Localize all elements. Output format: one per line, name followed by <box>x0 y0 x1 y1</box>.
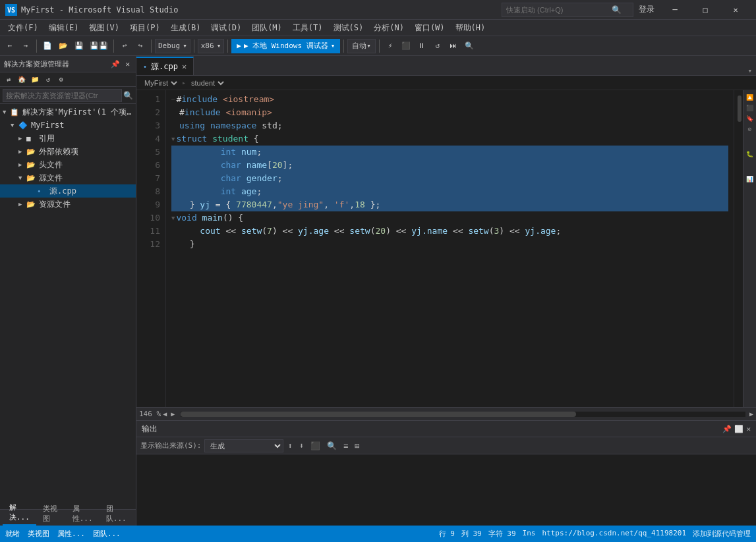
breadcrumb-symbol-select[interactable]: student <box>189 78 226 88</box>
tree-sync-btn[interactable]: ⇄ <box>3 74 15 86</box>
tree-settings-btn[interactable]: ⚙ <box>55 74 67 86</box>
tree-folder-btn[interactable]: 📁 <box>29 74 41 86</box>
output-down-btn[interactable]: ⬇ <box>297 441 306 451</box>
toolbar-undo-btn[interactable]: ↩ <box>117 39 132 53</box>
close-button[interactable]: ✕ <box>720 0 751 20</box>
status-ready[interactable]: 就绪 <box>5 529 20 539</box>
zoom-decrease-btn[interactable]: ◀ <box>161 410 169 418</box>
status-class-view[interactable]: 类视图 <box>28 529 49 539</box>
menu-build[interactable]: 生成(B) <box>165 20 206 36</box>
collapse-icon-1[interactable]: ─ <box>171 93 175 106</box>
menu-view[interactable]: 视图(V) <box>84 20 125 36</box>
quick-launch-input[interactable] <box>506 6 612 14</box>
output-pin-icon[interactable]: 📌 <box>722 425 732 433</box>
toolbar-btn-6[interactable]: 🔍 <box>462 39 477 53</box>
tree-item-ref[interactable]: ▶ ■ 引用 <box>0 132 136 145</box>
toolbar-save-btn[interactable]: 💾 <box>72 39 86 53</box>
menu-file[interactable]: 文件(F) <box>3 20 44 36</box>
menu-edit[interactable]: 编辑(E) <box>44 20 84 36</box>
tab-properties[interactable]: 属性... <box>66 502 100 526</box>
toolbar-btn-1[interactable]: ⚡ <box>383 39 397 53</box>
breadcrumb-project-select[interactable]: MyFirst <box>142 78 179 88</box>
toolbar-btn-4[interactable]: ↺ <box>430 39 445 53</box>
output-word-wrap-btn[interactable]: ⊞ <box>353 441 361 451</box>
toolbar-btn-2[interactable]: ⬛ <box>399 39 413 53</box>
collapse-icon-4[interactable]: ▼ <box>171 132 175 146</box>
code-scrollbar[interactable] <box>734 90 743 407</box>
quick-launch-box[interactable]: 🔍 <box>502 3 633 17</box>
run-button[interactable]: ▶ ▶ 本地 Windows 调试器 ▾ <box>231 39 340 53</box>
tree-refresh-btn[interactable]: ↺ <box>42 74 54 86</box>
status-properties[interactable]: 属性... <box>57 529 85 539</box>
toolbar-open-btn[interactable]: 📂 <box>56 39 71 53</box>
h-scroll-right-btn[interactable]: ▶ <box>749 410 753 418</box>
login-button[interactable]: 登录 <box>639 4 654 15</box>
menu-help[interactable]: 帮助(H) <box>450 20 491 36</box>
toolbar-save-all-btn[interactable]: 💾💾 <box>88 39 110 53</box>
output-clear-btn[interactable]: ⬆ <box>286 441 295 451</box>
minimize-button[interactable]: ─ <box>660 0 690 20</box>
panel-header: 解决方案资源管理器 📌 ✕ <box>0 56 136 72</box>
status-char[interactable]: 字符 39 <box>488 529 516 539</box>
tree-item-resources[interactable]: ▶ 📂 资源文件 <box>0 198 136 211</box>
expand-all-icon[interactable]: ⬛ <box>745 103 755 113</box>
zoom-increase-btn[interactable]: ▶ <box>169 410 177 418</box>
tab-class-view[interactable]: 类视图 <box>36 502 66 526</box>
status-team[interactable]: 团队... <box>93 529 121 539</box>
search-input[interactable] <box>3 89 122 102</box>
output-title: 输出 <box>142 423 158 435</box>
search-icon[interactable]: 🔍 <box>123 91 133 100</box>
debug-icon-right[interactable]: 🐛 <box>745 149 755 159</box>
output-close-icon[interactable]: ✕ <box>746 425 751 433</box>
code-editor[interactable]: ─ #include <iostream> #include <iomanip>… <box>166 90 734 407</box>
h-scroll-thumb[interactable] <box>181 412 576 417</box>
settings-icon-right[interactable]: ⚙ <box>747 124 753 134</box>
status-ins[interactable]: Ins <box>523 529 536 539</box>
fold-all-icon[interactable]: 🔼 <box>745 93 755 102</box>
panel-close-icon[interactable]: ✕ <box>123 59 132 69</box>
menu-debug[interactable]: 调试(D) <box>206 20 247 36</box>
tree-item-source-cpp[interactable]: • 源.cpp <box>0 184 136 198</box>
status-add-code-mgmt[interactable]: 添加到源代码管理 <box>693 529 751 539</box>
scroll-thumb[interactable] <box>738 95 741 122</box>
debug-config-dropdown[interactable]: Debug ▾ <box>155 39 190 53</box>
auto-dropdown[interactable]: 自动 ▾ <box>347 39 376 53</box>
menu-window[interactable]: 窗口(W) <box>409 20 450 36</box>
toolbar-btn-5[interactable]: ⏭ <box>446 39 461 53</box>
tree-item-solution[interactable]: ▼ 📋 解决方案'MyFirst'(1 个项目) <box>0 105 136 119</box>
bookmark-icon[interactable]: 🔖 <box>745 114 755 123</box>
tab-source-cpp[interactable]: • 源.cpp ✕ <box>136 57 194 75</box>
tab-solution-explorer[interactable]: 解决... <box>3 501 36 526</box>
tree-item-source-folder[interactable]: ▼ 📂 源文件 <box>0 171 136 184</box>
output-copy-btn[interactable]: ⬛ <box>308 441 322 451</box>
status-row[interactable]: 行 9 <box>439 529 455 539</box>
menu-tools[interactable]: 工具(T) <box>287 20 328 36</box>
restore-button[interactable]: □ <box>690 0 720 20</box>
menu-project[interactable]: 项目(P) <box>125 20 165 36</box>
menu-test[interactable]: 测试(S) <box>328 20 369 36</box>
code-map-icon[interactable]: 📊 <box>745 175 755 184</box>
platform-dropdown[interactable]: x86 ▾ <box>198 39 225 53</box>
toolbar-btn-3[interactable]: ⏸ <box>415 39 429 53</box>
menu-analyze[interactable]: 分析(N) <box>368 20 409 36</box>
output-filter-btn[interactable]: ≡ <box>341 441 350 451</box>
collapse-icon-10[interactable]: ▼ <box>171 211 175 225</box>
tree-item-external[interactable]: ▶ 📂 外部依赖项 <box>0 145 136 158</box>
output-source-select[interactable]: 生成 <box>204 439 283 452</box>
output-find-btn[interactable]: 🔍 <box>325 441 339 451</box>
status-col[interactable]: 列 39 <box>461 529 482 539</box>
menu-team[interactable]: 团队(M) <box>247 20 287 36</box>
tree-item-project[interactable]: ▼ 🔷 MyFirst <box>0 119 136 132</box>
toolbar-forward-btn[interactable]: → <box>18 39 33 53</box>
tab-dropdown-btn[interactable]: ▾ <box>743 67 756 75</box>
tree-item-headers[interactable]: ▶ 📂 头文件 <box>0 158 136 171</box>
tree-home-btn[interactable]: 🏠 <box>16 74 28 86</box>
status-url[interactable]: https://blog.csdn.net/qq_41198201 <box>542 529 686 539</box>
h-scrollbar[interactable] <box>181 412 745 417</box>
output-float-icon[interactable]: ⬜ <box>734 425 743 433</box>
toolbar-new-btn[interactable]: 📄 <box>40 39 55 53</box>
toolbar-back-btn[interactable]: ← <box>3 39 17 53</box>
toolbar-redo-btn[interactable]: ↪ <box>133 39 148 53</box>
tab-team[interactable]: 团队... <box>100 502 133 526</box>
pin-icon[interactable]: 📌 <box>109 59 122 69</box>
